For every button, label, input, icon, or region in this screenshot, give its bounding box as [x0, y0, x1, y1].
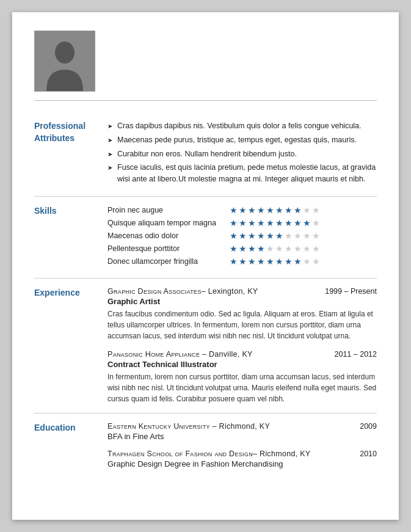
edu-header: Eastern Kentucky University – Richmond, …	[107, 422, 377, 431]
star-filled: ★	[275, 231, 283, 241]
edu-year: 2010	[360, 450, 377, 458]
star-filled: ★	[230, 244, 238, 253]
star-filled: ★	[294, 218, 302, 228]
skill-row: Maecenas odio dolor★★★★★★★★★★	[107, 231, 377, 241]
attr-item: Cras dapibus dapibus nis. Vestibulum qui…	[107, 120, 377, 132]
job-header: Panasonic Home Appliance – Danville, KY2…	[107, 350, 377, 359]
star-filled: ★	[239, 205, 247, 215]
star-filled: ★	[257, 257, 265, 266]
attr-item: Curabitur non eros. Nullam hendrerit bib…	[107, 148, 377, 160]
skill-row: Quisque aliquam tempor magna★★★★★★★★★★	[107, 218, 377, 228]
skill-stars: ★★★★★★★★★★	[230, 257, 320, 266]
section-content-education: Eastern Kentucky University – Richmond, …	[107, 422, 377, 468]
job-date: 2011 – 2012	[334, 350, 377, 359]
star-filled: ★	[275, 218, 283, 228]
job-desc: In fermentum, lorem non cursus porttitor…	[107, 371, 377, 404]
star-filled: ★	[230, 231, 238, 241]
skill-row: Donec ullamcorper fringilla★★★★★★★★★★	[107, 257, 377, 266]
star-filled: ★	[266, 231, 274, 241]
star-filled: ★	[285, 205, 293, 215]
star-filled: ★	[294, 205, 302, 215]
star-filled: ★	[248, 218, 256, 228]
skill-stars: ★★★★★★★★★★	[230, 231, 320, 241]
section-content-professional: Cras dapibus dapibus nis. Vestibulum qui…	[107, 120, 377, 188]
star-filled: ★	[257, 218, 265, 228]
star-filled: ★	[239, 231, 247, 241]
section-experience: Experience Graphic Design Associates– Le…	[34, 279, 377, 414]
star-filled: ★	[248, 205, 256, 215]
section-label-experience: Experience	[34, 287, 107, 404]
star-empty: ★	[303, 244, 311, 253]
section-label-education: Education	[34, 422, 107, 468]
star-filled: ★	[266, 257, 274, 266]
star-filled: ★	[230, 257, 238, 266]
attributes-list: Cras dapibus dapibus nis. Vestibulum qui…	[107, 120, 377, 185]
job-title: Graphic Artist	[107, 297, 377, 306]
job-date: 1999 – Present	[325, 287, 377, 296]
job-desc: Cras faucibus condimentum odio. Sed ac l…	[107, 308, 377, 341]
attr-item: Maecenas pede purus, tristique ac, tempu…	[107, 134, 377, 146]
star-empty: ★	[303, 257, 311, 266]
star-filled: ★	[239, 257, 247, 266]
skill-stars: ★★★★★★★★★★	[230, 205, 320, 215]
star-empty: ★	[303, 205, 311, 215]
star-empty: ★	[312, 257, 320, 266]
star-empty: ★	[285, 231, 293, 241]
star-filled: ★	[248, 257, 256, 266]
star-filled: ★	[230, 205, 238, 215]
avatar	[34, 31, 95, 92]
svg-point-0	[55, 42, 75, 64]
section-education: Education Eastern Kentucky University – …	[34, 414, 377, 477]
skill-name: Maecenas odio dolor	[107, 231, 230, 240]
edu-school: Traphagen School of Fashion and Design– …	[107, 450, 310, 458]
edu-header: Traphagen School of Fashion and Design– …	[107, 450, 377, 458]
skill-stars: ★★★★★★★★★★	[230, 244, 320, 253]
skill-name: Proin nec augue	[107, 206, 230, 214]
attr-item: Fusce iaculis, est quis lacinia pretium,…	[107, 162, 377, 185]
skill-row: Pellentesque porttitor★★★★★★★★★★	[107, 244, 377, 253]
star-empty: ★	[312, 231, 320, 241]
star-filled: ★	[257, 205, 265, 215]
star-empty: ★	[275, 244, 283, 253]
skill-name: Donec ullamcorper fringilla	[107, 257, 230, 266]
resume-container: ProfessionalAttributes Cras dapibus dapi…	[12, 12, 399, 520]
star-filled: ★	[285, 218, 293, 228]
section-content-skills: Proin nec augue★★★★★★★★★★Quisque aliquam…	[107, 205, 377, 269]
section-skills: Skills Proin nec augue★★★★★★★★★★Quisque …	[34, 197, 377, 279]
edu-degree: BFA in Fine Arts	[107, 432, 377, 441]
star-empty: ★	[294, 244, 302, 253]
star-empty: ★	[285, 244, 293, 253]
section-label-professional: ProfessionalAttributes	[34, 120, 107, 188]
skill-row: Proin nec augue★★★★★★★★★★	[107, 205, 377, 215]
section-label-skills: Skills	[34, 205, 107, 269]
job-title: Contract Technical Illustrator	[107, 360, 377, 369]
job-company: Panasonic Home Appliance – Danville, KY	[107, 350, 253, 359]
star-filled: ★	[257, 244, 265, 253]
header	[34, 31, 377, 101]
star-empty: ★	[312, 218, 320, 228]
star-empty: ★	[266, 244, 274, 253]
section-content-experience: Graphic Design Associates– Lexington, KY…	[107, 287, 377, 404]
star-empty: ★	[294, 231, 302, 241]
star-filled: ★	[275, 205, 283, 215]
skill-name: Pellentesque porttitor	[107, 244, 230, 253]
star-filled: ★	[239, 218, 247, 228]
star-filled: ★	[303, 218, 311, 228]
star-filled: ★	[266, 218, 274, 228]
star-filled: ★	[257, 231, 265, 241]
job-header: Graphic Design Associates– Lexington, KY…	[107, 287, 377, 296]
section-professional: ProfessionalAttributes Cras dapibus dapi…	[34, 112, 377, 197]
star-filled: ★	[239, 244, 247, 253]
edu-year: 2009	[360, 422, 377, 431]
star-filled: ★	[266, 205, 274, 215]
star-empty: ★	[312, 205, 320, 215]
edu-school: Eastern Kentucky University – Richmond, …	[107, 422, 270, 431]
star-filled: ★	[248, 244, 256, 253]
skill-name: Quisque aliquam tempor magna	[107, 219, 230, 227]
star-filled: ★	[294, 257, 302, 266]
skill-stars: ★★★★★★★★★★	[230, 218, 320, 228]
star-empty: ★	[303, 231, 311, 241]
star-filled: ★	[230, 218, 238, 228]
star-filled: ★	[275, 257, 283, 266]
star-filled: ★	[248, 231, 256, 241]
